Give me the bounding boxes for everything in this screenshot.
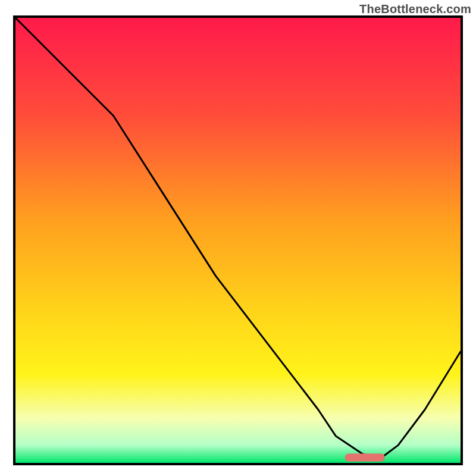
plot-svg	[15, 18, 461, 463]
sweet-spot-marker	[345, 453, 385, 461]
watermark-text: TheBottleneck.com	[359, 2, 471, 16]
plot-frame	[13, 15, 463, 465]
chart-stage: TheBottleneck.com	[0, 0, 476, 476]
